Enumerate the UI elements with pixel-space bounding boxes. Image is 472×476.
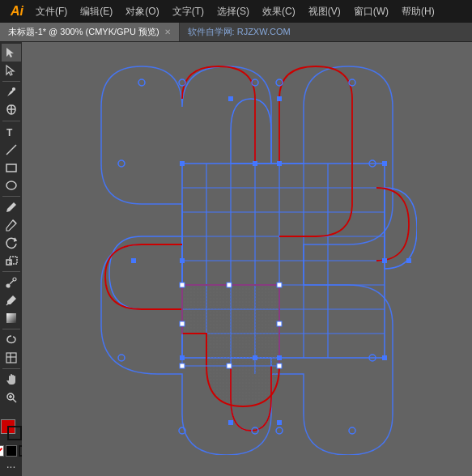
tool-separator-6 bbox=[2, 368, 20, 369]
svg-text:T: T bbox=[6, 127, 13, 138]
tool-separator-2 bbox=[2, 121, 20, 121]
slice-tool[interactable] bbox=[2, 349, 21, 367]
svg-point-53 bbox=[179, 79, 185, 86]
svg-line-13 bbox=[6, 304, 8, 305]
eyedropper-tool[interactable] bbox=[2, 291, 21, 309]
tab-close-btn[interactable]: ✕ bbox=[164, 28, 171, 36]
svg-point-56 bbox=[349, 79, 355, 86]
menu-select[interactable]: 选择(S) bbox=[210, 2, 256, 22]
svg-rect-70 bbox=[277, 363, 282, 368]
rect-tool[interactable] bbox=[2, 159, 21, 176]
svg-point-0 bbox=[12, 88, 15, 91]
menu-file[interactable]: 文件(F) bbox=[29, 2, 74, 22]
svg-point-60 bbox=[276, 427, 283, 434]
left-toolbar: T bbox=[0, 42, 22, 476]
ai-logo-text: Ai bbox=[11, 4, 23, 19]
svg-rect-5 bbox=[6, 164, 16, 172]
svg-point-64 bbox=[118, 160, 125, 167]
ai-logo: Ai bbox=[5, 0, 29, 23]
tabs-bar: 未标题-1* @ 300% (CMYK/GPU 预览) ✕ 软件自学网: RJZ… bbox=[0, 23, 472, 42]
gradient-tool[interactable] bbox=[2, 309, 21, 327]
svg-rect-74 bbox=[277, 321, 282, 326]
svg-rect-39 bbox=[277, 161, 282, 166]
svg-rect-44 bbox=[382, 355, 387, 360]
menu-text[interactable]: 文字(T) bbox=[166, 2, 210, 22]
svg-rect-72 bbox=[227, 363, 232, 368]
selection-tool[interactable] bbox=[2, 44, 21, 62]
menu-effect[interactable]: 效果(C) bbox=[256, 2, 302, 22]
svg-rect-40 bbox=[382, 161, 387, 166]
black-swatch[interactable] bbox=[6, 445, 17, 457]
svg-point-11 bbox=[13, 278, 16, 281]
direct-selection-tool[interactable] bbox=[2, 62, 21, 79]
svg-point-55 bbox=[276, 79, 283, 86]
title-bar: Ai 文件(F) 编辑(E) 对象(O) 文字(T) 选择(S) 效果(C) 视… bbox=[0, 0, 472, 23]
svg-rect-49 bbox=[277, 420, 282, 425]
blend-tool[interactable] bbox=[2, 274, 21, 291]
tab-active[interactable]: 未标题-1* @ 300% (CMYK/GPU 预览) ✕ bbox=[0, 23, 180, 41]
svg-rect-73 bbox=[180, 321, 185, 326]
scale-tool[interactable] bbox=[2, 252, 21, 270]
zoom-tool[interactable] bbox=[2, 389, 21, 406]
svg-point-59 bbox=[349, 427, 355, 434]
pen-tool[interactable] bbox=[2, 83, 21, 101]
svg-rect-50 bbox=[228, 420, 233, 425]
svg-rect-38 bbox=[253, 161, 257, 166]
tool-separator-4 bbox=[2, 271, 20, 272]
menu-edit[interactable]: 编辑(E) bbox=[74, 2, 119, 22]
svg-rect-45 bbox=[180, 258, 185, 263]
svg-rect-67 bbox=[180, 283, 185, 287]
menu-object[interactable]: 对象(O) bbox=[119, 2, 165, 22]
canvas-content bbox=[77, 58, 417, 455]
tab-active-label: 未标题-1* @ 300% (CMYK/GPU 预览) bbox=[8, 26, 159, 38]
svg-rect-69 bbox=[180, 363, 185, 368]
rotate-tool[interactable] bbox=[2, 234, 21, 252]
tab-sponsor[interactable]: 软件自学网: RJZXW.COM bbox=[180, 23, 299, 41]
svg-rect-14 bbox=[6, 313, 16, 323]
lasso-tool[interactable] bbox=[2, 331, 21, 349]
brush-tool[interactable] bbox=[2, 198, 21, 216]
svg-rect-71 bbox=[227, 283, 232, 287]
svg-point-54 bbox=[252, 79, 258, 86]
line-tool[interactable] bbox=[2, 141, 21, 159]
svg-point-10 bbox=[6, 284, 10, 287]
svg-rect-68 bbox=[277, 283, 282, 287]
menu-view[interactable]: 视图(V) bbox=[302, 2, 347, 22]
svg-line-19 bbox=[13, 399, 16, 402]
svg-point-65 bbox=[138, 79, 145, 86]
text-tool[interactable]: T bbox=[2, 123, 21, 141]
stroke-color-box[interactable] bbox=[7, 426, 22, 440]
fill-stroke-selector[interactable] bbox=[1, 419, 22, 440]
svg-rect-51 bbox=[131, 258, 136, 263]
svg-rect-42 bbox=[253, 355, 257, 360]
ellipse-tool[interactable] bbox=[2, 176, 21, 194]
more-tools-btn[interactable]: ··· bbox=[6, 460, 16, 473]
hand-tool[interactable] bbox=[2, 371, 21, 389]
svg-rect-46 bbox=[382, 258, 387, 263]
tab-sponsor-label: 软件自学网: RJZXW.COM bbox=[188, 26, 291, 38]
menu-help[interactable]: 帮助(H) bbox=[395, 2, 441, 22]
svg-rect-37 bbox=[180, 161, 185, 166]
svg-rect-15 bbox=[6, 353, 16, 363]
pencil-tool[interactable] bbox=[2, 216, 21, 234]
none-swatch[interactable] bbox=[0, 445, 4, 457]
svg-line-12 bbox=[10, 281, 13, 284]
svg-rect-47 bbox=[277, 96, 282, 101]
color-area: ··· bbox=[0, 416, 22, 476]
svg-line-7 bbox=[13, 220, 16, 223]
svg-rect-52 bbox=[406, 258, 411, 263]
menu-bar: 文件(F) 编辑(E) 对象(O) 文字(T) 选择(S) 效果(C) 视图(V… bbox=[29, 2, 467, 22]
menu-window[interactable]: 窗口(W) bbox=[347, 2, 395, 22]
small-swatches bbox=[0, 445, 22, 457]
canvas-area[interactable] bbox=[22, 42, 472, 476]
main-layout: T bbox=[0, 42, 472, 476]
tool-separator-1 bbox=[2, 81, 20, 82]
svg-point-63 bbox=[118, 355, 125, 361]
svg-rect-48 bbox=[228, 96, 233, 101]
anchor-tool[interactable] bbox=[2, 101, 21, 119]
svg-line-4 bbox=[6, 145, 16, 155]
tool-separator-5 bbox=[2, 329, 20, 329]
tool-separator-3 bbox=[2, 196, 20, 197]
svg-point-6 bbox=[6, 181, 16, 189]
knot-artwork bbox=[77, 58, 417, 455]
